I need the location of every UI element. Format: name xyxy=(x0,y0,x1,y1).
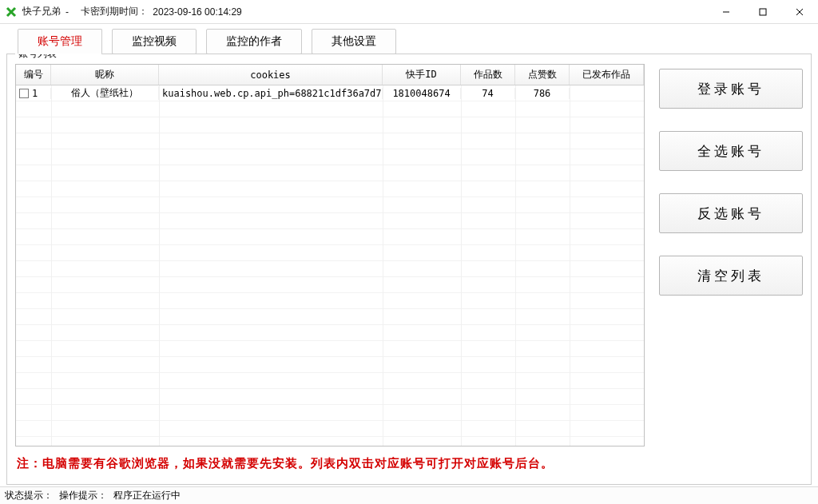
lower-area: 编号 昵称 cookies 快手ID 作品数 点赞数 已发布作品 1 俗人（壁纸… xyxy=(15,64,803,446)
side-buttons: 登录账号 全选账号 反选账号 清空列表 xyxy=(659,64,803,446)
table-header: 编号 昵称 cookies 快手ID 作品数 点赞数 已发布作品 xyxy=(16,65,644,85)
cell-ksid: 1810048674 xyxy=(383,88,461,99)
tab-other-settings[interactable]: 其他设置 xyxy=(312,29,396,54)
tab-account-manage[interactable]: 账号管理 xyxy=(18,29,102,54)
account-table[interactable]: 编号 昵称 cookies 快手ID 作品数 点赞数 已发布作品 1 俗人（壁纸… xyxy=(15,64,645,446)
tab-label: 监控视频 xyxy=(132,34,177,47)
note-text: 注：电脑需要有谷歌浏览器，如果没就需要先安装。列表内双击对应账号可打开对应账号后… xyxy=(15,453,803,476)
minimize-button[interactable] xyxy=(708,0,745,24)
op-label: 操作提示： xyxy=(59,489,107,502)
cell-nickname: 俗人（壁纸社） xyxy=(51,86,159,100)
invert-selection-button[interactable]: 反选账号 xyxy=(659,193,803,233)
th-cookies[interactable]: cookies xyxy=(159,65,383,85)
maximize-button[interactable] xyxy=(745,0,781,24)
tab-monitor-video[interactable]: 监控视频 xyxy=(112,29,197,54)
account-list-group: 账号列表 编号 昵称 cookies 快手ID 作品数 点赞数 已发布作品 xyxy=(6,54,812,485)
titlebar-left: 快子兄弟 - 卡密到期时间： 2023-09-16 00:14:29 xyxy=(5,5,242,18)
th-nickname[interactable]: 昵称 xyxy=(51,65,159,85)
tab-label: 账号管理 xyxy=(38,34,82,47)
table-body: 1 俗人（壁纸社） kuaishou.web.cp.api_ph=68821c1… xyxy=(16,85,644,446)
tabstrip: 账号管理 监控视频 监控的作者 其他设置 xyxy=(6,29,812,54)
app-name: 快子兄弟 xyxy=(22,5,61,18)
titlebar: 快子兄弟 - 卡密到期时间： 2023-09-16 00:14:29 xyxy=(0,0,818,24)
th-published[interactable]: 已发布作品 xyxy=(570,65,644,85)
tab-label: 其他设置 xyxy=(332,34,376,47)
app-icon xyxy=(5,6,18,18)
window-controls xyxy=(708,0,818,23)
cell-likes: 786 xyxy=(515,88,570,99)
content-area: 账号管理 监控视频 监控的作者 其他设置 账号列表 编号 昵称 cookies … xyxy=(0,24,818,486)
statusbar: 状态提示： 操作提示： 程序正在运行中 xyxy=(0,486,818,504)
expiry-value: 2023-09-16 00:14:29 xyxy=(153,6,241,18)
tab-monitor-author[interactable]: 监控的作者 xyxy=(206,29,302,54)
tab-label: 监控的作者 xyxy=(226,34,282,47)
status-label: 状态提示： xyxy=(5,489,53,502)
cell-cookies: kuaishou.web.cp.api_ph=68821c1df36a7d7..… xyxy=(159,88,383,99)
op-value: 程序正在运行中 xyxy=(113,489,181,502)
button-label: 登录账号 xyxy=(697,80,764,98)
row-checkbox[interactable] xyxy=(19,89,29,98)
cell-index: 1 xyxy=(16,88,51,99)
select-all-button[interactable]: 全选账号 xyxy=(659,131,803,171)
login-account-button[interactable]: 登录账号 xyxy=(659,69,803,109)
title-separator: - xyxy=(66,6,69,18)
cell-works: 74 xyxy=(461,88,515,99)
svg-rect-1 xyxy=(760,9,766,15)
table-row[interactable]: 1 俗人（壁纸社） kuaishou.web.cp.api_ph=68821c1… xyxy=(16,85,644,101)
empty-grid-lines xyxy=(16,101,644,446)
button-label: 清空列表 xyxy=(697,267,764,285)
th-works[interactable]: 作品数 xyxy=(461,65,515,85)
expiry-label: 卡密到期时间： xyxy=(81,5,148,18)
th-ksid[interactable]: 快手ID xyxy=(383,65,461,85)
cell-index-value: 1 xyxy=(32,88,38,99)
close-button[interactable] xyxy=(781,0,818,24)
clear-list-button[interactable]: 清空列表 xyxy=(659,256,803,296)
button-label: 全选账号 xyxy=(697,142,764,161)
th-index[interactable]: 编号 xyxy=(16,65,51,85)
th-likes[interactable]: 点赞数 xyxy=(515,65,570,85)
button-label: 反选账号 xyxy=(697,204,764,223)
